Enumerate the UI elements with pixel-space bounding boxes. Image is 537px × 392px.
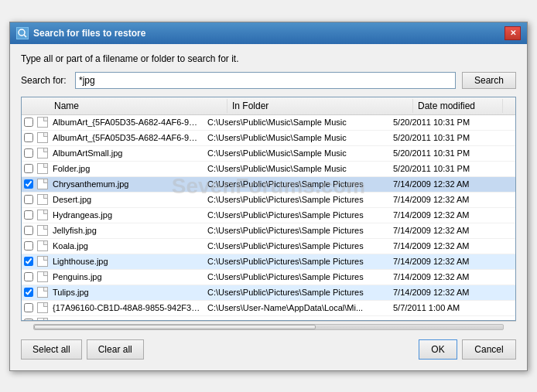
table-row[interactable]: AlbumArt_{5FA05D35-A682-4AF6-96F7... C:\… — [22, 131, 515, 146]
horizontal-scrollbar[interactable] — [21, 321, 516, 333]
table-row[interactable]: Lighthouse.jpg C:\Users\Public\Pictures\… — [22, 254, 515, 270]
file-icon-2 — [36, 147, 50, 159]
table-row[interactable]: Desert.jpg C:\Users\Public\Pictures\Samp… — [22, 193, 515, 208]
row-name-9: Lighthouse.jpg — [50, 257, 204, 266]
file-icon-6 — [36, 209, 50, 221]
row-checkbox-6[interactable] — [22, 210, 36, 220]
table-row[interactable]: Koala.jpg C:\Users\Public\Pictures\Sampl… — [22, 239, 515, 254]
file-icon-4 — [36, 178, 50, 190]
table-row[interactable]: AlbumArt_{5FA05D35-A682-4AF6-96F7... C:\… — [22, 115, 515, 131]
row-date-4: 7/14/2009 12:32 AM — [390, 179, 515, 189]
row-folder-10: C:\Users\Public\Pictures\Sample Pictures — [204, 272, 390, 281]
row-date-0: 5/20/2011 10:31 PM — [390, 118, 515, 127]
list-body: AlbumArt_{5FA05D35-A682-4AF6-96F7... C:\… — [22, 115, 515, 321]
row-checkbox-4[interactable] — [22, 179, 36, 189]
bottom-right-buttons: OK Cancel — [419, 339, 516, 360]
bottom-left-buttons: Select all Clear all — [21, 339, 144, 360]
row-checkbox-0[interactable] — [22, 118, 36, 127]
col-header-name: Name — [50, 99, 227, 113]
window-content: Type all or part of a filename or folder… — [10, 44, 527, 370]
row-checkbox-7[interactable] — [22, 226, 36, 235]
row-date-13: 5/7/2011 1:00 AM — [390, 319, 515, 321]
row-checkbox-12[interactable] — [22, 303, 36, 312]
row-name-11: Tulips.jpg — [50, 288, 204, 297]
table-row[interactable]: Penguins.jpg C:\Users\Public\Pictures\Sa… — [22, 270, 515, 285]
row-name-0: AlbumArt_{5FA05D35-A682-4AF6-96F7... — [50, 118, 204, 127]
row-folder-8: C:\Users\Public\Pictures\Sample Pictures — [204, 241, 390, 251]
table-row[interactable]: AlbumArtSmall.jpg C:\Users\Public\Music\… — [22, 146, 515, 162]
search-row: Search for: Search — [21, 72, 516, 89]
row-checkbox-5[interactable] — [22, 195, 36, 204]
file-icon-7 — [36, 224, 50, 237]
row-date-10: 7/14/2009 12:32 AM — [390, 272, 515, 281]
svg-point-0 — [19, 29, 25, 36]
select-all-button[interactable]: Select all — [21, 339, 82, 360]
file-icon-1 — [36, 131, 50, 144]
file-icon-13 — [36, 317, 50, 321]
row-folder-5: C:\Users\Public\Pictures\Sample Pictures — [204, 195, 390, 204]
file-icon-9 — [36, 255, 50, 268]
search-window: Search for files to restore ✕ Type all o… — [9, 22, 528, 371]
file-icon-0 — [36, 116, 50, 128]
window-icon — [16, 27, 29, 39]
table-row[interactable]: Jellyfish.jpg C:\Users\Public\Pictures\S… — [22, 223, 515, 239]
col-header-date: Date modified — [413, 99, 503, 113]
row-name-1: AlbumArt_{5FA05D35-A682-4AF6-96F7... — [50, 133, 204, 142]
row-date-7: 7/14/2009 12:32 AM — [390, 226, 515, 235]
col-header-folder: In Folder — [227, 99, 413, 113]
row-folder-1: C:\Users\Public\Music\Sample Music — [204, 133, 390, 142]
row-folder-12: C:\Users\User-Name\AppData\Local\Mi... — [204, 303, 390, 312]
row-folder-3: C:\Users\Public\Music\Sample Music — [204, 164, 390, 173]
close-button[interactable]: ✕ — [505, 26, 521, 40]
row-checkbox-11[interactable] — [22, 288, 36, 297]
row-checkbox-10[interactable] — [22, 272, 36, 281]
row-date-11: 7/14/2009 12:32 AM — [390, 288, 515, 297]
row-date-3: 5/20/2011 10:31 PM — [390, 164, 515, 173]
row-checkbox-8[interactable] — [22, 241, 36, 251]
row-name-13: {E86833FF-3817-40DA-93B0-E4D1CF1F... — [50, 319, 204, 321]
cancel-button[interactable]: Cancel — [462, 339, 516, 360]
file-icon-12 — [36, 302, 50, 314]
window-title: Search for files to restore — [33, 28, 145, 39]
search-label: Search for: — [21, 75, 69, 86]
row-folder-6: C:\Users\Public\Pictures\Sample Pictures — [204, 210, 390, 220]
description-text: Type all or part of a filename or folder… — [21, 53, 516, 64]
row-name-3: Folder.jpg — [50, 164, 204, 173]
row-date-5: 7/14/2009 12:32 AM — [390, 195, 515, 204]
table-row[interactable]: Tulips.jpg C:\Users\Public\Pictures\Samp… — [22, 285, 515, 301]
table-row[interactable]: {E86833FF-3817-40DA-93B0-E4D1CF1F... C:\… — [22, 316, 515, 321]
table-row[interactable]: Chrysanthemum.jpg C:\Users\Public\Pictur… — [22, 177, 515, 193]
table-row[interactable]: Hydrangeas.jpg C:\Users\Public\Pictures\… — [22, 208, 515, 223]
row-checkbox-3[interactable] — [22, 164, 36, 173]
search-input[interactable] — [75, 72, 456, 89]
row-name-8: Koala.jpg — [50, 241, 204, 251]
bottom-bar: Select all Clear all OK Cancel — [21, 333, 516, 363]
row-folder-11: C:\Users\Public\Pictures\Sample Pictures — [204, 288, 390, 297]
row-name-10: Penguins.jpg — [50, 272, 204, 281]
row-folder-13: C:\Users\User-Name\AppData\Local\Mi... — [204, 319, 390, 321]
row-folder-0: C:\Users\Public\Music\Sample Music — [204, 118, 390, 127]
row-checkbox-1[interactable] — [22, 133, 36, 142]
row-date-8: 7/14/2009 12:32 AM — [390, 241, 515, 251]
file-icon-5 — [36, 193, 50, 206]
file-icon-8 — [36, 240, 50, 252]
list-header: Name In Folder Date modified — [22, 97, 515, 115]
row-checkbox-13[interactable] — [22, 319, 36, 321]
row-date-2: 5/20/2011 10:31 PM — [390, 148, 515, 158]
row-checkbox-9[interactable] — [22, 257, 36, 266]
row-date-12: 5/7/2011 1:00 AM — [390, 303, 515, 312]
table-row[interactable]: {17A96160-CB1D-48A8-9855-942F3D3E... C:\… — [22, 301, 515, 316]
ok-button[interactable]: OK — [419, 339, 457, 360]
svg-line-1 — [24, 35, 26, 37]
clear-all-button[interactable]: Clear all — [87, 339, 144, 360]
row-folder-2: C:\Users\Public\Music\Sample Music — [204, 148, 390, 158]
file-icon-10 — [36, 271, 50, 283]
row-name-2: AlbumArtSmall.jpg — [50, 148, 204, 158]
row-date-6: 7/14/2009 12:32 AM — [390, 210, 515, 220]
row-name-6: Hydrangeas.jpg — [50, 210, 204, 220]
search-button[interactable]: Search — [462, 72, 516, 89]
table-row[interactable]: Folder.jpg C:\Users\Public\Music\Sample … — [22, 162, 515, 177]
row-checkbox-2[interactable] — [22, 148, 36, 158]
row-name-4: Chrysanthemum.jpg — [50, 179, 204, 189]
row-folder-4: C:\Users\Public\Pictures\Sample Pictures — [204, 179, 390, 189]
